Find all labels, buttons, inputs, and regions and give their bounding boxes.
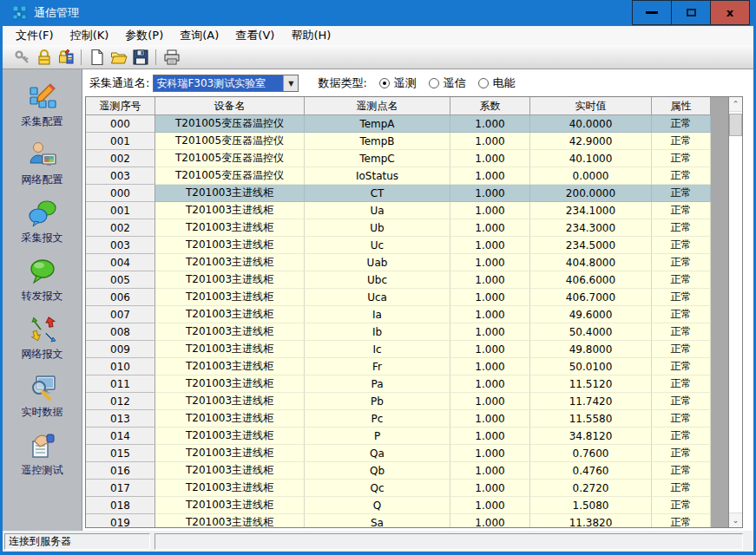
sidebar-item-forward-message[interactable]: 转发报文 [4,251,81,309]
print-button[interactable] [161,47,182,67]
row-cell: T201003主进线柜 [155,514,305,527]
table-row[interactable]: 000T201005变压器温控仪TempA1.00040.0000正常 [86,115,728,133]
table-row[interactable]: 003T201003主进线柜Uc1.000234.5000正常 [86,237,728,254]
menu-params[interactable]: 参数(P) [117,26,172,45]
row-cell: T201003主进线柜 [155,237,305,254]
header-point[interactable]: 遥测点名 [305,97,450,115]
menu-view[interactable]: 查看(V) [227,26,283,45]
row-cell: 234.1000 [530,202,652,219]
row-seq-cell: 002 [86,150,155,167]
row-cell: 1.000 [450,306,530,323]
table-row[interactable]: 018T201003主进线柜Q1.0001.5080正常 [86,497,728,514]
combobox-dropdown-button[interactable]: ▼ [283,75,298,91]
menu-query[interactable]: 查询(A) [172,26,227,45]
row-cell: 40.1000 [530,150,652,167]
header-device[interactable]: 设备名 [155,97,305,115]
table-row[interactable]: 017T201003主进线柜Qc1.0000.2720正常 [86,480,728,497]
sidebar-item-network-message[interactable]: 网络报文 [4,309,81,367]
table-row[interactable]: 006T201003主进线柜Uca1.000406.7000正常 [86,289,728,306]
row-cell: 正常 [652,428,711,445]
radio-telemetry[interactable]: 遥测 [379,75,417,91]
table-row[interactable]: 001T201005变压器温控仪TempB1.00042.9000正常 [86,133,728,150]
sidebar-item-collect-message[interactable]: 采集报文 [4,193,81,251]
table-row[interactable]: 009T201003主进线柜Ic1.00049.8000正常 [86,341,728,358]
password-button[interactable] [55,47,76,67]
row-cell: 正常 [652,410,711,428]
sidebar-item-label: 采集配置 [22,114,63,129]
sidebar-item-remote-test[interactable]: 遥控测试 [4,425,81,483]
minimize-button[interactable] [632,0,672,25]
sidebar-item-label: 实时数据 [22,405,63,420]
header-coef[interactable]: 系数 [450,97,530,115]
row-seq-cell: 019 [86,514,155,527]
table-row[interactable]: 011T201003主进线柜Pa1.00011.5120正常 [86,375,728,393]
header-value[interactable]: 实时值 [530,97,652,115]
table-row[interactable]: 019T201003主进线柜Sa1.00011.3820正常 [86,514,728,527]
menu-control[interactable]: 控制(K) [62,26,118,45]
row-cell: 1.5080 [530,497,652,514]
table-row[interactable]: 007T201003主进线柜Ia1.00049.6000正常 [86,306,728,323]
channel-combobox[interactable]: 安科瑞F303测试实验室 ▼ [153,75,299,92]
table-row[interactable]: 005T201003主进线柜Ubc1.000406.6000正常 [86,271,728,289]
radio-energy[interactable]: 电能 [478,75,516,91]
header-seq[interactable]: 遥测序号 [86,97,155,115]
key-button[interactable] [11,47,33,67]
table-row[interactable]: 000T201003主进线柜CT1.000200.0000正常 [86,185,728,202]
window-controls: x [633,0,750,26]
radio-telesignal[interactable]: 遥信 [429,75,466,91]
row-cell: Pa [305,375,450,393]
header-attr[interactable]: 属性 [652,97,711,115]
scroll-thumb[interactable] [729,114,742,136]
row-cell: T201003主进线柜 [155,219,305,237]
table-row[interactable]: 012T201003主进线柜Pb1.00011.7420正常 [86,393,728,410]
row-cell: T201003主进线柜 [155,185,305,202]
row-cell: 正常 [652,358,711,375]
forward-message-icon [28,257,57,286]
sidebar-item-realtime-data[interactable]: 实时数据 [4,367,81,425]
lock-button[interactable] [33,47,55,67]
row-cell: 1.000 [450,358,530,375]
table-row[interactable]: 002T201005变压器温控仪TempC1.00040.1000正常 [86,150,728,167]
row-cell: 1.000 [450,289,530,306]
table-row[interactable]: 010T201003主进线柜Fr1.00050.0100正常 [86,358,728,375]
scroll-down-button[interactable]: ⌄ [729,513,742,527]
row-cell: T201003主进线柜 [155,410,305,428]
table-row[interactable]: 001T201003主进线柜Ua1.000234.1000正常 [86,202,728,219]
table-grid: 遥测序号 设备名 遥测点名 系数 实时值 属性 000T201005变压器温控仪… [86,97,728,527]
row-cell: 406.7000 [530,289,652,306]
row-cell: T201003主进线柜 [155,271,305,289]
table-row[interactable]: 015T201003主进线柜Qa1.0000.7600正常 [86,445,728,462]
menu-file[interactable]: 文件(F) [8,26,62,45]
table-row[interactable]: 013T201003主进线柜Pc1.00011.5580正常 [86,410,728,428]
menu-help[interactable]: 帮助(H) [283,26,339,45]
open-button[interactable] [108,47,129,67]
data-table: 遥测序号 设备名 遥测点名 系数 实时值 属性 000T201005变压器温控仪… [85,96,743,528]
network-config-icon [28,140,57,170]
maximize-button[interactable] [671,0,711,25]
scroll-track[interactable] [729,136,742,513]
table-row[interactable]: 002T201003主进线柜Ub1.000234.3000正常 [86,219,728,237]
sidebar-item-collect-config[interactable]: 采集配置 [4,76,81,134]
scroll-up-button[interactable]: ⌃ [729,97,742,112]
row-cell: IoStatus [305,167,450,185]
row-seq-cell: 016 [86,462,155,480]
vertical-scrollbar[interactable]: ⌃ ⌄ [728,97,742,527]
table-row[interactable]: 003T201005变压器温控仪IoStatus1.0000.0000正常 [86,167,728,185]
new-file-button[interactable] [86,47,108,67]
radio-telesignal-circle [429,78,439,88]
table-row[interactable]: 008T201003主进线柜Ib1.00050.4000正常 [86,323,728,341]
app-body: 采集配置 网络配置 [3,69,753,531]
row-cell: Pc [305,410,450,428]
status-extra [154,533,743,550]
table-row[interactable]: 004T201003主进线柜Uab1.000404.8000正常 [86,254,728,271]
save-button[interactable] [129,47,151,67]
row-cell: 406.6000 [530,271,652,289]
close-button[interactable]: x [710,0,750,25]
row-seq-cell: 002 [86,219,155,237]
table-row[interactable]: 014T201003主进线柜P1.00034.8120正常 [86,428,728,445]
row-cell: 1.000 [450,237,530,254]
sidebar-item-network-config[interactable]: 网络配置 [4,134,81,193]
channel-label: 采集通道名: [89,75,149,91]
row-seq-cell: 003 [86,237,155,254]
table-row[interactable]: 016T201003主进线柜Qb1.0000.4760正常 [86,462,728,480]
